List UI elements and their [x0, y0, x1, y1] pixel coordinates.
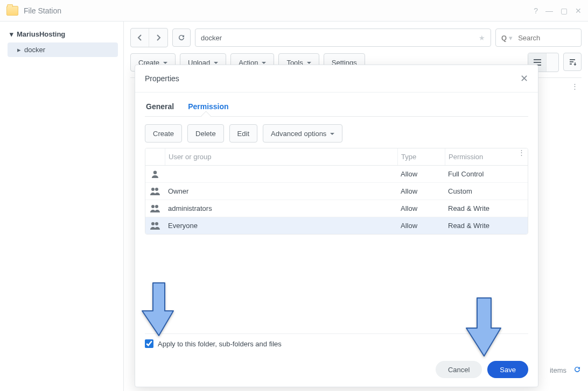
user-icon: [145, 205, 165, 212]
col-permission[interactable]: Permission: [445, 148, 515, 165]
permission-table-header: User or group Type Permission ⋮: [145, 148, 528, 166]
tab-permission[interactable]: Permission: [187, 98, 229, 116]
path-value: docker: [201, 34, 222, 42]
sidebar: ▾ MariusHosting ▸ docker: [0, 22, 124, 391]
annotation-arrow-right: [463, 295, 505, 361]
user-icon: [145, 170, 165, 178]
table-row[interactable]: OwnerAllowCustom: [145, 183, 528, 200]
table-row[interactable]: administratorsAllowRead & Write: [145, 200, 528, 217]
nav-back-button[interactable]: [131, 29, 149, 47]
search-icon: Q: [501, 34, 509, 42]
close-icon[interactable]: ✕: [520, 73, 528, 84]
cell-user: administrators: [165, 200, 397, 217]
chevron-left-icon: [137, 34, 143, 41]
cell-permission: Read & Write: [445, 200, 515, 217]
table-row[interactable]: AllowFull Control: [145, 166, 528, 183]
tab-general[interactable]: General: [145, 98, 175, 116]
cell-type: Allow: [397, 217, 445, 234]
cell-type: Allow: [397, 166, 445, 182]
permission-table: User or group Type Permission ⋮ AllowFul…: [145, 148, 528, 234]
footer-refresh-icon[interactable]: [573, 365, 582, 375]
search-input[interactable]: [518, 34, 588, 42]
sort-button[interactable]: [563, 53, 582, 71]
sort-icon: [569, 58, 576, 66]
items-label: items: [550, 366, 566, 374]
caret-down-icon: [329, 130, 334, 138]
chevron-down-icon: ▾: [10, 30, 13, 38]
perm-delete-button[interactable]: Delete: [187, 124, 224, 143]
help-icon[interactable]: ?: [534, 6, 538, 15]
modal-title: Properties: [145, 74, 179, 83]
folder-icon: [6, 6, 18, 16]
dropdown-caret-icon[interactable]: ▾: [509, 34, 513, 42]
apply-label: Apply to this folder, sub-folders and fi…: [158, 340, 282, 348]
minimize-icon[interactable]: —: [545, 6, 553, 15]
annotation-arrow-left: [140, 280, 178, 340]
cell-type: Allow: [397, 183, 445, 200]
close-window-icon[interactable]: ✕: [575, 6, 582, 15]
cell-user: Everyone: [165, 217, 397, 234]
refresh-icon: [177, 33, 186, 42]
refresh-button[interactable]: [172, 29, 191, 47]
app-title: File Station: [24, 6, 534, 15]
view-dropdown[interactable]: [547, 53, 558, 72]
perm-create-button[interactable]: Create: [145, 124, 182, 143]
user-icon: [145, 188, 165, 195]
maximize-icon[interactable]: ▢: [561, 6, 568, 15]
col-type[interactable]: Type: [397, 148, 445, 165]
tree-child-docker[interactable]: ▸ docker: [8, 42, 118, 57]
nav-back-forward: [130, 28, 168, 47]
perm-edit-button[interactable]: Edit: [229, 124, 257, 143]
chevron-right-icon: [156, 34, 161, 41]
cancel-button[interactable]: Cancel: [436, 361, 482, 378]
cell-type: Allow: [397, 200, 445, 217]
cell-permission: Full Control: [445, 166, 515, 182]
chevron-right-icon: ▸: [17, 46, 21, 54]
perm-advanced-button[interactable]: Advanced options: [263, 124, 342, 143]
tree-root-label: MariusHosting: [17, 30, 65, 38]
search-box[interactable]: Q ▾: [495, 29, 582, 47]
star-icon[interactable]: ★: [479, 34, 485, 42]
col-user[interactable]: User or group: [165, 148, 397, 165]
more-icon[interactable]: ⋮: [571, 82, 578, 90]
cell-user: [165, 170, 397, 179]
cell-user: Owner: [165, 183, 397, 200]
table-row[interactable]: EveryoneAllowRead & Write: [145, 217, 528, 234]
apply-checkbox[interactable]: [145, 339, 153, 348]
cell-permission: Custom: [445, 183, 515, 200]
cell-permission: Read & Write: [445, 217, 515, 234]
user-icon: [145, 222, 165, 230]
path-input[interactable]: docker ★: [195, 29, 491, 47]
col-more-icon[interactable]: ⋮: [515, 148, 528, 165]
tree-root[interactable]: ▾ MariusHosting: [0, 27, 123, 41]
tree-child-label: docker: [24, 46, 45, 54]
titlebar: File Station ? — ▢ ✕: [0, 0, 588, 22]
nav-forward-button[interactable]: [149, 29, 167, 47]
save-button[interactable]: Save: [487, 361, 528, 378]
